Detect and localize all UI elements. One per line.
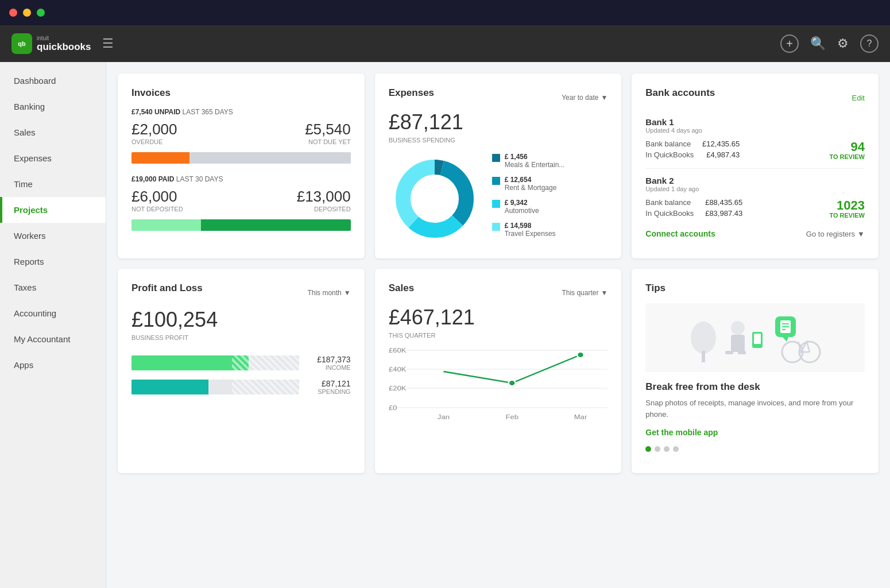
bank-1-bank-balance-row: Bank balance £12,435.65 [645,140,740,148]
bank-2-updated: Updated 1 day ago [645,185,865,192]
svg-text:Jan: Jan [438,413,450,421]
sidebar-item-expenses[interactable]: Expenses [0,145,106,171]
svg-point-23 [731,321,745,335]
svg-text:Feb: Feb [505,413,518,421]
tips-dot-4[interactable] [673,446,679,452]
legend-item-auto: £ 9,342 Automotive [492,199,608,215]
sidebar-item-reports[interactable]: Reports [0,249,106,274]
legend-item-meals: £ 1,456 Meals & Entertain... [492,153,608,169]
pl-spending-bar-track [131,380,299,394]
logo: qb intuit quickbooks [11,33,91,54]
sidebar-item-workers[interactable]: Workers [0,223,106,249]
svg-rect-28 [754,334,761,344]
svg-text:£0: £0 [389,404,397,412]
svg-text:£40K: £40K [389,366,407,373]
maximize-dot[interactable] [37,9,45,17]
legend-text-travel: £ 14,598 Travel Expenses [505,222,556,238]
pl-income-bar-fill [131,355,249,370]
tips-dot-2[interactable] [655,446,660,452]
pl-spending-amount-col: £87,121 SPENDING [305,379,351,395]
sidebar-item-banking[interactable]: Banking [0,94,106,119]
expenses-total-amount: £87,121 [389,110,608,134]
bank-2-review[interactable]: 1023 TO REVIEW [829,199,865,219]
sidebar-item-my-accountant[interactable]: My Accountant [0,326,106,352]
svg-point-17 [577,352,584,358]
expenses-period-selector[interactable]: Year to date ▼ [562,94,607,102]
bank-accounts-footer: Connect accounts Go to registers ▼ [645,229,865,238]
menu-button[interactable]: ☰ [102,36,114,51]
tips-dot-1[interactable] [645,446,651,452]
profit-loss-card: Profit and Loss This month ▼ £100,254 BU… [118,269,365,473]
header-left: qb intuit quickbooks ☰ [11,33,114,54]
go-to-registers-link[interactable]: Go to registers ▼ [806,230,865,238]
titlebar [0,0,890,25]
invoices-deposited-amount: £13,000 [297,188,351,206]
bar-overdue [131,152,189,164]
help-icon[interactable]: ? [860,34,879,53]
svg-rect-24 [731,335,745,352]
sales-label: THIS QUARTER [389,332,608,339]
pl-spending-amount: £87,121 [305,379,351,388]
pl-income-bar-track [131,355,299,370]
legend-color-rent [492,177,500,185]
invoices-unpaid-summary: £7,540 UNPAID LAST 365 DAYS [131,108,351,116]
expenses-legend: £ 1,456 Meals & Entertain... £ 12,654 Re… [492,153,608,245]
tips-card: Tips [632,269,879,473]
svg-marker-33 [783,337,788,342]
connect-accounts-link[interactable]: Connect accounts [645,229,715,238]
pl-amount: £100,254 [131,308,351,332]
settings-icon[interactable]: ⚙ [837,36,849,51]
pl-spending-row: £87,121 SPENDING [131,379,351,395]
sales-header: Sales This quarter ▼ [389,283,608,303]
minimize-dot[interactable] [23,9,31,17]
pl-bars: £187,373 INCOME £87,121 SPENDING [131,355,351,395]
sidebar-item-projects[interactable]: Projects [0,197,106,223]
search-icon[interactable]: 🔍 [810,36,826,51]
logo-text: intuit quickbooks [37,35,91,53]
sales-period-selector[interactable]: This quarter ▼ [562,289,607,297]
pl-header: Profit and Loss This month ▼ [131,283,351,303]
sidebar-item-accounting[interactable]: Accounting [0,300,106,326]
bank-2-bank-balance-row: Bank balance £88,435.65 [645,198,742,207]
bar-deposited [201,219,351,231]
invoices-card: Invoices £7,540 UNPAID LAST 365 DAYS £2,… [118,74,365,258]
invoices-amounts-row2: £6,000 NOT DEPOSITED £13,000 DEPOSITED [131,188,351,217]
get-mobile-app-link[interactable]: Get the mobile app [645,428,865,437]
invoices-overdue-amount: £2,000 [131,121,177,138]
expenses-donut-chart [389,153,481,245]
svg-rect-22 [702,351,705,362]
bank-1-review[interactable]: 94 TO REVIEW [829,141,865,160]
expenses-total-label: BUSINESS SPENDING [389,137,608,144]
tips-dot-3[interactable] [664,446,670,452]
svg-text:£60K: £60K [389,347,407,354]
sales-title: Sales [389,283,414,294]
legend-text-rent: £ 12,654 Rent & Mortgage [505,176,557,192]
svg-rect-26 [738,351,746,354]
svg-rect-25 [725,351,733,354]
legend-text-auto: £ 9,342 Automotive [505,199,539,215]
sidebar-item-apps[interactable]: Apps [0,352,106,378]
bank-accounts-edit[interactable]: Edit [852,94,865,102]
close-dot[interactable] [9,9,17,17]
pl-income-row: £187,373 INCOME [131,355,351,371]
sidebar-item-time[interactable]: Time [0,171,106,197]
add-button[interactable]: + [780,34,799,53]
invoices-not-due-amount: £5,540 [305,121,351,138]
invoices-title: Invoices [131,87,351,99]
bar-not-due [189,152,350,164]
header-right: + 🔍 ⚙ ? [780,34,879,53]
sidebar-item-taxes[interactable]: Taxes [0,274,106,300]
pl-income-amount-col: £187,373 INCOME [305,355,351,371]
sidebar-item-dashboard[interactable]: Dashboard [0,68,106,94]
sidebar-item-sales[interactable]: Sales [0,119,106,145]
bank-1-review-label: TO REVIEW [829,153,865,160]
pl-income-bar-hatch [232,355,299,370]
invoices-overdue-label: OVERDUE [131,138,177,145]
expenses-body: £ 1,456 Meals & Entertain... £ 12,654 Re… [389,153,608,245]
bank-1-balances: Bank balance £12,435.65 In QuickBooks £4… [645,140,740,161]
sidebar: Dashboard Banking Sales Expenses Time Pr… [0,62,106,588]
tips-dots [645,446,865,452]
pl-period-selector[interactable]: This month ▼ [307,289,350,297]
expenses-header: Expenses Year to date ▼ [389,87,608,108]
invoices-not-due-label: NOT DUE YET [305,138,351,145]
